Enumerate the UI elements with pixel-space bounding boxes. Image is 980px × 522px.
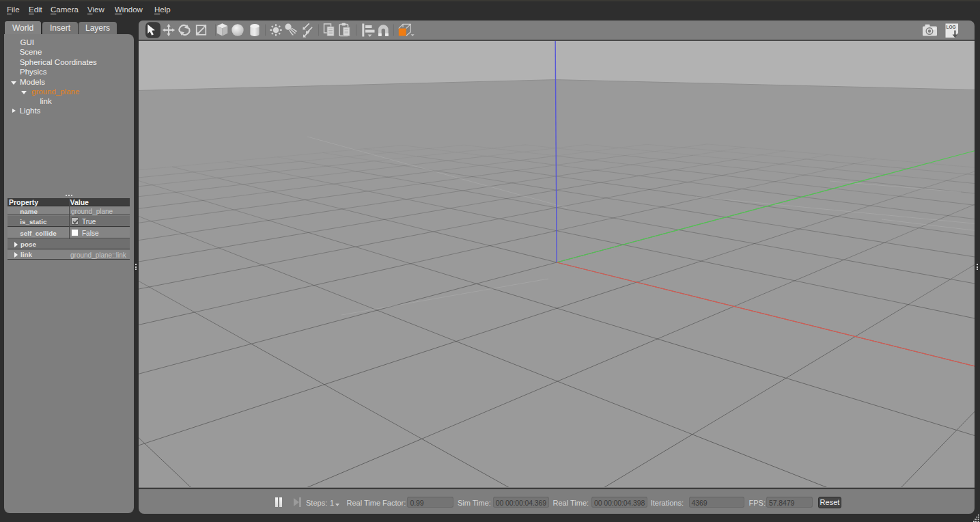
svg-text:LOG: LOG (947, 25, 956, 29)
